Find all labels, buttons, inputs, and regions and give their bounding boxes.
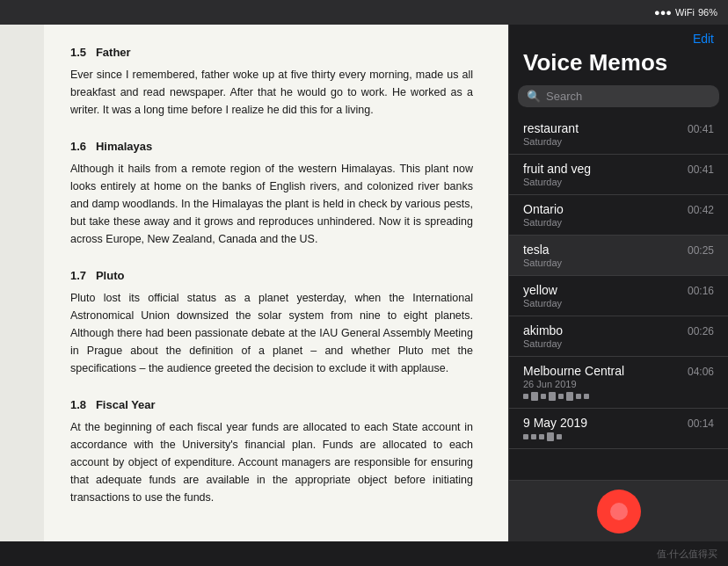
battery-icon: 96% [698, 7, 717, 18]
memo-item-yellow[interactable]: yellow 00:16 Saturday [509, 276, 728, 316]
memo-item-ontario[interactable]: Ontario 00:42 Saturday [509, 195, 728, 236]
section-title-1.8: 1.8 Fiscal Year [70, 398, 473, 411]
memo-duration: 00:16 [688, 285, 714, 297]
search-placeholder: Search [546, 90, 582, 103]
voice-title: Voice Memos [509, 49, 728, 85]
section-title-1.5: 1.5 Father [70, 46, 473, 59]
voice-panel: Edit Voice Memos 🔍 Search restaurant 00:… [508, 25, 728, 541]
doc-panel: 1.5 Father Ever since I remembered, fath… [0, 25, 508, 541]
memos-list[interactable]: restaurant 00:41 Saturday fruit and veg … [509, 114, 728, 480]
doc-section-1.6: 1.6 Himalayas Although it hails from a r… [70, 140, 473, 248]
section-title-1.6: 1.6 Himalayas [70, 140, 473, 153]
bottom-bar: 值·什么值得买 [0, 541, 728, 566]
wifi-icon: WiFi [675, 7, 695, 18]
memo-date: Saturday [523, 177, 714, 187]
edit-button[interactable]: Edit [693, 32, 714, 46]
page-margin [0, 25, 44, 541]
memo-name: 9 May 2019 [523, 416, 587, 430]
memo-name: tesla [523, 243, 550, 257]
memo-date: Saturday [523, 298, 714, 308]
memo-duration: 00:25 [688, 244, 714, 257]
section-body-1.8: At the beginning of each fiscal year fun… [70, 418, 473, 506]
status-icons: ●●● WiFi 96% [654, 7, 717, 18]
memo-duration: 00:26 [688, 325, 714, 337]
record-inner-circle [610, 503, 628, 520]
memo-item-restaurant[interactable]: restaurant 00:41 Saturday [509, 114, 728, 155]
memo-duration: 00:41 [688, 163, 714, 176]
memo-date: Saturday [523, 217, 714, 228]
doc-section-1.8: 1.8 Fiscal Year At the beginning of each… [70, 398, 473, 506]
memo-waveform-melbourne [523, 392, 714, 401]
memo-date: Saturday [523, 136, 714, 147]
memo-item-may2019[interactable]: 9 May 2019 00:14 [509, 409, 728, 449]
doc-scroll[interactable]: 1.5 Father Ever since I remembered, fath… [0, 25, 508, 541]
voice-header: Edit [509, 25, 728, 49]
record-button[interactable] [597, 490, 641, 533]
memo-date: Saturday [523, 338, 714, 349]
section-body-1.5: Ever since I remembered, father woke up … [70, 66, 473, 119]
memo-name: restaurant [523, 121, 579, 135]
memo-duration: 00:42 [688, 204, 714, 216]
memo-waveform-may [523, 432, 714, 441]
memo-item-tesla[interactable]: tesla 00:25 Saturday [509, 236, 728, 276]
memo-duration: 04:06 [688, 366, 714, 378]
memo-name: yellow [523, 283, 557, 297]
section-body-1.7: Pluto lost its official status as a plan… [70, 289, 473, 377]
section-body-1.6: Although it hails from a remote region o… [70, 160, 473, 248]
top-bar: ●●● WiFi 96% [0, 0, 728, 25]
section-title-1.7: 1.7 Pluto [70, 269, 473, 282]
memo-item-melbourne[interactable]: Melbourne Central 04:06 26 Jun 2019 [509, 357, 728, 409]
signal-icon: ●●● [654, 7, 672, 18]
doc-section-1.5: 1.5 Father Ever since I remembered, fath… [70, 46, 473, 119]
memo-date: Saturday [523, 258, 714, 268]
memo-item-akimbo[interactable]: akimbo 00:26 Saturday [509, 316, 728, 357]
memo-duration: 00:41 [688, 123, 714, 135]
memo-name: Ontario [523, 202, 564, 216]
search-icon: 🔍 [527, 90, 541, 103]
voice-footer [509, 480, 728, 541]
doc-section-1.7: 1.7 Pluto Pluto lost its official status… [70, 269, 473, 377]
watermark-text: 值·什么值得买 [657, 548, 717, 561]
main-content: 1.5 Father Ever since I remembered, fath… [0, 25, 728, 541]
memo-name: akimbo [523, 323, 563, 337]
memo-duration: 00:14 [688, 417, 714, 430]
memo-name: Melbourne Central [523, 364, 624, 378]
memo-item-fruit-veg[interactable]: fruit and veg 00:41 Saturday [509, 155, 728, 195]
memo-date: 26 Jun 2019 [523, 379, 714, 389]
memo-name: fruit and veg [523, 162, 591, 176]
search-bar[interactable]: 🔍 Search [518, 85, 719, 107]
